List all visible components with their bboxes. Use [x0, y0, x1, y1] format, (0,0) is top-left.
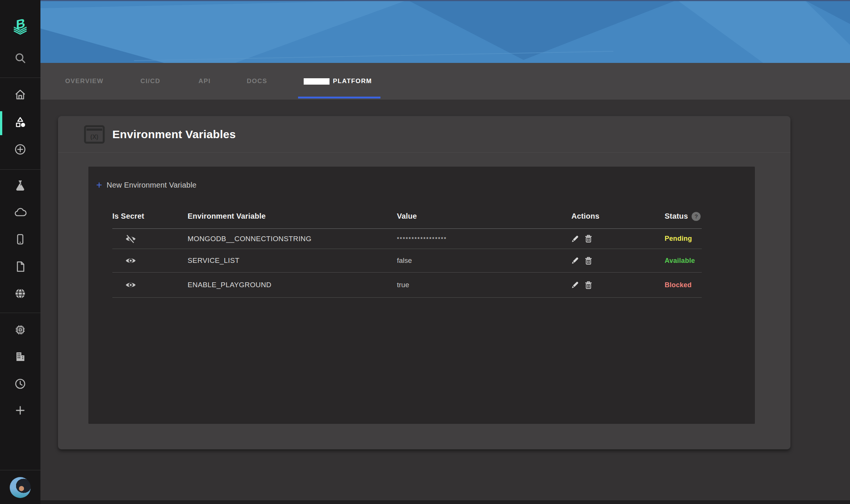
sidebar-item-sandbox[interactable] [0, 179, 40, 193]
delete-trash-icon[interactable] [585, 235, 592, 243]
sidebar-item-add[interactable] [0, 143, 40, 157]
sidebar-item-documents[interactable] [0, 261, 40, 274]
bottom-edge-strip [40, 500, 850, 504]
search-icon [13, 52, 27, 67]
plus-icon: + [96, 180, 102, 190]
eye-icon[interactable] [125, 256, 136, 265]
active-tab-underline [298, 97, 380, 98]
sidebar-item-cloud[interactable] [0, 206, 40, 220]
column-header-value: Value [397, 212, 571, 221]
svg-text:(X): (X) [90, 134, 98, 140]
sidebar-divider [0, 78, 40, 78]
main-content: (X) Environment Variables + New Environm… [40, 100, 850, 500]
new-environment-variable-button[interactable]: + New Environment Variable [96, 180, 197, 190]
plus-icon [13, 404, 27, 419]
add-circle-icon [13, 143, 27, 158]
search-button[interactable] [0, 52, 40, 66]
tab-logo-block [304, 78, 330, 85]
header-banner [40, 0, 850, 63]
sidebar-divider [0, 313, 40, 313]
delete-trash-icon[interactable] [585, 257, 592, 265]
environment-variables-card: (X) Environment Variables + New Environm… [58, 116, 790, 449]
column-header-actions: Actions [571, 212, 665, 221]
edit-pencil-icon[interactable] [571, 281, 579, 289]
document-icon [13, 260, 27, 275]
sidebar-item-integrations[interactable] [0, 324, 40, 337]
cloud-icon [13, 206, 27, 221]
sidebar-item-history[interactable] [0, 378, 40, 391]
column-header-status: Status ? [665, 212, 702, 221]
status-badge: Pending [665, 235, 702, 243]
home-icon [13, 88, 27, 103]
delete-trash-icon[interactable] [585, 281, 592, 289]
column-header-is-secret: Is Secret [112, 212, 188, 221]
tab-cicd[interactable]: CI/CD [140, 63, 160, 100]
column-header-variable: Environment Variable [188, 212, 397, 221]
eye-icon[interactable] [125, 280, 136, 289]
sidebar-item-mobile[interactable] [0, 233, 40, 247]
sidebar-item-add-new[interactable] [0, 404, 40, 418]
sidebar-item-projects[interactable] [0, 116, 40, 130]
top-tab-bar: OVERVIEW CI/CD API DOCS PLATFORM [40, 63, 850, 100]
user-avatar[interactable] [10, 477, 31, 498]
environment-variables-table: Is Secret Environment Variable Value Act… [112, 204, 702, 298]
tab-overview[interactable]: OVERVIEW [65, 63, 104, 100]
variables-panel: + New Environment Variable Is Secret Env… [88, 167, 755, 424]
table-row: ENABLE_PLAYGROUND true [112, 273, 702, 298]
stacked-layers-logo-icon: B [10, 15, 31, 37]
sidebar-divider [0, 169, 40, 170]
edit-pencil-icon[interactable] [571, 235, 579, 243]
eye-off-icon[interactable] [125, 234, 136, 243]
banner-geometric-art [40, 0, 850, 63]
sidebar-item-web[interactable] [0, 288, 40, 301]
table-row: SERVICE_LIST false [112, 249, 702, 273]
edit-pencil-icon[interactable] [571, 257, 579, 264]
table-header-row: Is Secret Environment Variable Value Act… [112, 204, 702, 229]
sidebar-item-organization[interactable] [0, 350, 40, 364]
table-row: MONGODB__CONNECTIONSTRING **************… [112, 229, 702, 249]
tab-api[interactable]: API [198, 63, 211, 100]
sidebar: B [0, 0, 40, 504]
history-clock-icon [13, 377, 27, 392]
projects-shapes-icon [13, 116, 27, 131]
variables-window-icon: (X) [84, 125, 105, 144]
tab-docs[interactable]: DOCS [247, 63, 267, 100]
page-title: Environment Variables [112, 128, 236, 141]
status-help-icon[interactable]: ? [692, 212, 701, 221]
globe-icon [13, 287, 27, 302]
sidebar-divider [0, 470, 40, 470]
sidebar-item-home[interactable] [0, 89, 40, 102]
chip-icon [13, 323, 27, 338]
lab-flask-icon [13, 179, 27, 194]
mobile-phone-icon [13, 233, 27, 248]
status-badge: Available [665, 257, 702, 265]
brand-logo[interactable]: B [0, 16, 40, 37]
status-badge: Blocked [665, 281, 702, 289]
card-header: (X) Environment Variables [58, 116, 790, 153]
organization-building-icon [13, 350, 27, 365]
tab-platform[interactable]: PLATFORM [304, 63, 372, 100]
svg-text:B: B [16, 16, 25, 32]
